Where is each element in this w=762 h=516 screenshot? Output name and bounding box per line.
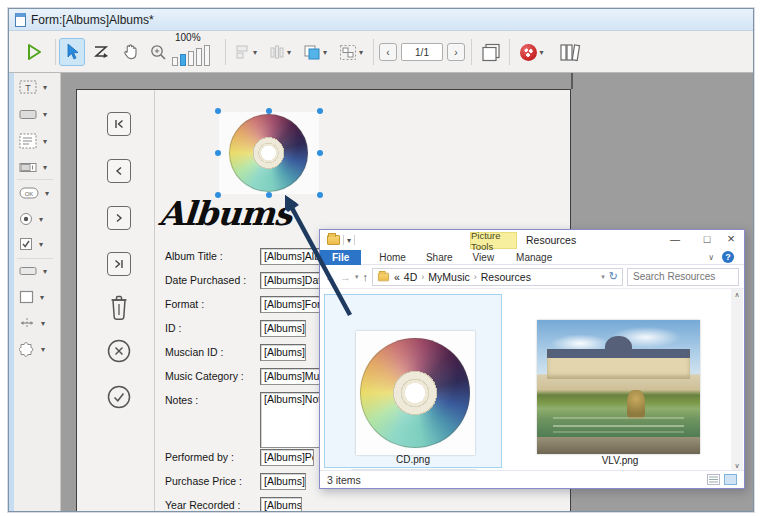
delete-record-button[interactable] — [106, 292, 132, 318]
chevron-down-icon[interactable]: ▾ — [40, 293, 44, 302]
chevron-down-icon[interactable]: ▾ — [359, 48, 363, 57]
file-item-cd[interactable]: CD.png — [324, 294, 502, 468]
field-input[interactable]: [Albums]Per — [260, 449, 314, 466]
tab-share[interactable]: Share — [416, 250, 463, 265]
chevron-down-icon[interactable]: ▾ — [41, 319, 45, 328]
chevron-down-icon[interactable]: ▾ — [39, 215, 43, 224]
hand-tool-button[interactable] — [117, 38, 143, 66]
checkbox-tool[interactable]: ▾ — [19, 234, 59, 254]
tab-manage[interactable]: Manage — [506, 250, 562, 265]
radio-tool[interactable]: ▾ — [19, 209, 59, 229]
field-label[interactable]: Muscian ID : — [165, 346, 223, 358]
field-input[interactable]: [Albums — [260, 497, 302, 511]
views-button[interactable]: ▾ — [515, 38, 549, 66]
help-icon[interactable]: ? — [722, 251, 734, 263]
tab-home[interactable]: Home — [369, 250, 416, 265]
crumb-4d[interactable]: 4D — [404, 271, 417, 283]
next-record-button[interactable] — [107, 206, 131, 230]
listbox-tool[interactable]: ▾ — [19, 131, 59, 151]
group-button[interactable]: ▾ — [335, 38, 367, 66]
tab-file[interactable]: File — [320, 250, 361, 265]
layer-order-button[interactable]: ▾ — [299, 38, 331, 66]
validate-button[interactable] — [106, 384, 132, 410]
minimize-button[interactable]: — — [662, 230, 688, 249]
maximize-button[interactable]: □ — [694, 230, 720, 249]
address-box[interactable]: « 4D › MyMusic › Resources ▾ ↻ — [372, 268, 623, 286]
file-item-vlv[interactable]: VLV.png — [520, 294, 720, 468]
field-input[interactable]: [Albums] — [260, 320, 306, 337]
search-box[interactable] — [627, 268, 739, 286]
field-label[interactable]: Performed by : — [165, 451, 234, 463]
pages-button[interactable] — [477, 38, 505, 66]
details-view-icon[interactable] — [707, 474, 720, 485]
up-icon[interactable]: ↑ — [363, 271, 369, 283]
align-button[interactable]: ▾ — [231, 38, 261, 66]
entry-order-tool-button[interactable] — [89, 38, 115, 66]
chevron-down-icon[interactable]: ▾ — [43, 163, 47, 172]
chevron-down-icon[interactable]: ▾ — [43, 267, 47, 276]
cancel-button[interactable] — [106, 338, 132, 364]
selection-handle[interactable] — [317, 150, 323, 156]
back-icon[interactable]: ← — [325, 271, 336, 283]
selection-handle[interactable] — [317, 108, 323, 114]
qat-chevron-down-icon[interactable]: ▾ — [347, 236, 351, 245]
field-label[interactable]: ID : — [165, 322, 181, 334]
distribute-button[interactable]: ▾ — [265, 38, 295, 66]
pointer-tool-button[interactable] — [59, 38, 85, 66]
field-label[interactable]: Year Recorded : — [165, 499, 241, 511]
scrollbar[interactable]: ∧ ∨ — [731, 289, 743, 472]
field-label[interactable]: Album Title : — [165, 250, 223, 262]
chevron-down-icon[interactable]: ▾ — [41, 345, 45, 354]
chevron-down-icon[interactable]: ▾ — [253, 48, 257, 57]
crumb-mymusic[interactable]: MyMusic — [428, 271, 469, 283]
field-label[interactable]: Purchase Price : — [165, 475, 242, 487]
zoom-tool-button[interactable] — [145, 38, 171, 66]
close-button[interactable]: × — [718, 230, 744, 249]
field-input[interactable]: [Albums]P — [260, 473, 306, 490]
object-library-button[interactable] — [555, 38, 587, 66]
selection-handle[interactable] — [215, 150, 221, 156]
rectangle-tool[interactable]: ▾ — [19, 287, 59, 307]
form-title-text[interactable]: Albums — [158, 194, 293, 233]
selection-handle[interactable] — [215, 108, 221, 114]
chevron-down-icon[interactable]: ▾ — [43, 110, 47, 119]
chevron-down-icon[interactable]: ▾ — [43, 137, 47, 146]
next-page-button[interactable]: › — [447, 38, 465, 66]
field-input[interactable]: [Albums] — [260, 344, 306, 361]
forward-icon[interactable]: → — [340, 271, 351, 283]
field-label[interactable]: Music Category : — [165, 370, 244, 382]
picture-tools-tab[interactable]: Picture Tools — [470, 232, 517, 249]
cd-picture-object[interactable] — [219, 112, 319, 194]
crumb-resources[interactable]: Resources — [481, 271, 531, 283]
progress-tool[interactable]: ▾ — [19, 261, 59, 281]
chevron-down-icon[interactable]: ▾ — [39, 240, 43, 249]
search-input[interactable] — [628, 271, 753, 282]
text-tool[interactable]: T ▾ — [19, 77, 59, 97]
plugin-tool[interactable]: ▾ — [19, 339, 59, 359]
chevron-down-icon[interactable]: ▾ — [539, 48, 543, 57]
field-label[interactable]: Date Purchased : — [165, 274, 246, 286]
zoom-level-bars[interactable] — [172, 45, 210, 66]
first-record-button[interactable] — [107, 112, 131, 136]
chevron-down-icon[interactable]: ▾ — [323, 48, 327, 57]
ribbon-collapse-icon[interactable]: ∨ — [708, 253, 714, 262]
page-indicator-field[interactable]: 1/1 — [401, 38, 443, 66]
field-label[interactable]: Format : — [165, 298, 204, 310]
last-record-button[interactable] — [107, 252, 131, 276]
tab-view[interactable]: View — [463, 250, 505, 265]
chevron-down-icon[interactable]: ▾ — [287, 48, 291, 57]
address-chevron-icon[interactable]: ▾ — [601, 273, 605, 281]
file-list-pane[interactable]: CD.png VLV.png ∧ ∨ — [320, 289, 744, 472]
chevron-down-icon[interactable]: ▾ — [43, 83, 47, 92]
chevron-down-icon[interactable]: ▾ — [45, 189, 49, 198]
splitter-tool[interactable]: ▾ — [19, 313, 59, 333]
previous-page-button[interactable]: ‹ — [379, 38, 397, 66]
button-tool[interactable]: OK ▾ — [19, 183, 59, 203]
field-label[interactable]: Notes : — [165, 394, 198, 406]
selection-handle[interactable] — [266, 108, 272, 114]
selection-handle[interactable] — [317, 192, 323, 198]
input-tool[interactable]: ▾ — [19, 104, 59, 124]
history-chevron-icon[interactable]: ▾ — [355, 273, 359, 281]
thumbnail-view-icon[interactable] — [724, 474, 737, 485]
scroll-up-icon[interactable]: ∧ — [731, 289, 743, 301]
